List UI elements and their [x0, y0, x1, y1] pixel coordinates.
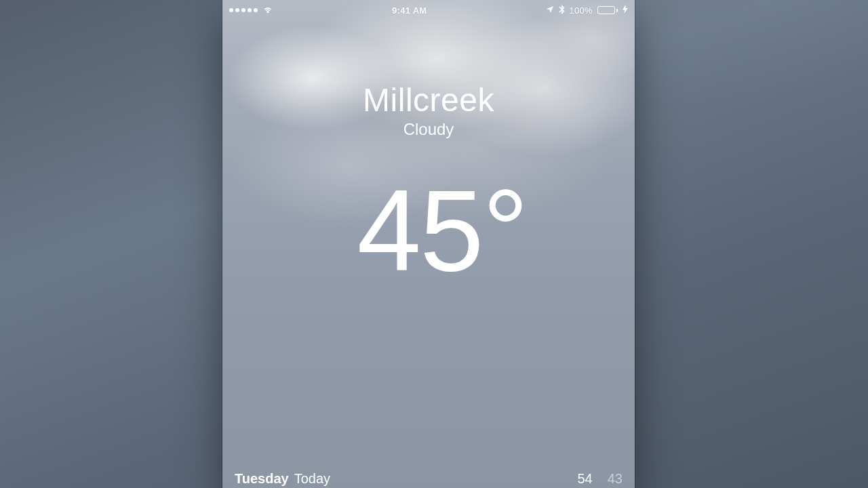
status-left — [229, 5, 273, 16]
battery-icon — [597, 6, 618, 14]
location-services-icon — [546, 5, 554, 16]
status-bar: 9:41 AM 100% — [222, 0, 635, 19]
desktop-background: 9:41 AM 100% — [0, 0, 868, 488]
signal-strength-icon — [229, 8, 258, 12]
status-right: 100% — [546, 5, 628, 16]
bluetooth-icon — [559, 5, 565, 16]
charging-icon — [623, 5, 628, 16]
today-high: 54 — [578, 471, 593, 487]
status-time: 9:41 AM — [392, 5, 427, 16]
city-name: Millcreek — [222, 81, 635, 119]
weather-app-window: 9:41 AM 100% — [222, 0, 635, 488]
today-day: Tuesday — [235, 471, 289, 487]
weather-hero: Millcreek Cloudy 45° — [222, 19, 635, 288]
wifi-icon — [262, 5, 273, 16]
battery-percent: 100% — [570, 5, 593, 16]
weather-condition: Cloudy — [222, 120, 635, 139]
today-forecast-row: Tuesday Today 54 43 — [222, 464, 635, 488]
current-temperature: 45° — [222, 173, 635, 288]
today-low: 43 — [608, 471, 623, 487]
today-label: Today — [294, 471, 330, 487]
